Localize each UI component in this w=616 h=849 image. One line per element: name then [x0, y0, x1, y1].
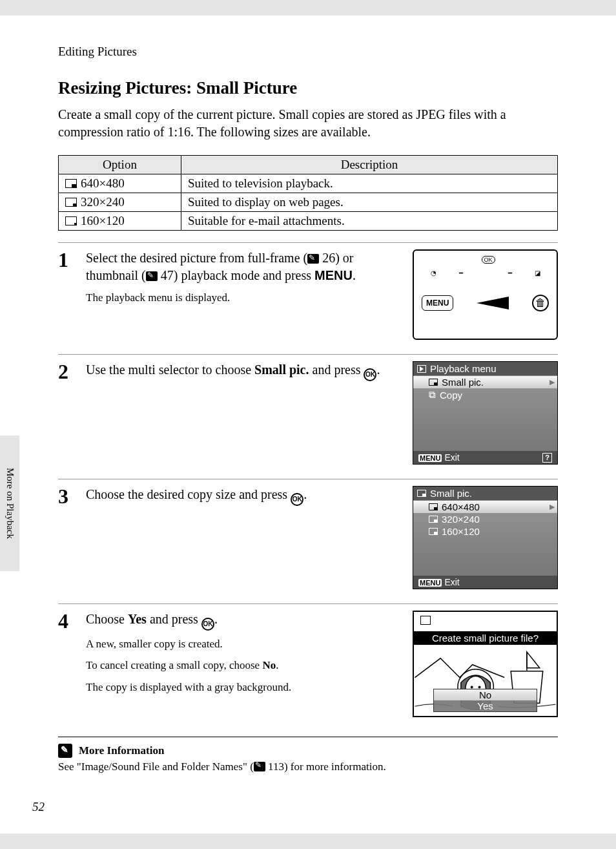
size-icon-160: [429, 528, 438, 535]
more-info-title: More Information: [79, 744, 164, 757]
more-information-section: More Information See "Image/Sound File a…: [58, 737, 558, 773]
opt-320: 320×240: [81, 195, 125, 209]
step4-text-b: and press: [147, 612, 201, 626]
option-no[interactable]: No: [434, 689, 537, 700]
menu-tag-icon: MENU: [418, 579, 442, 587]
menu-button[interactable]: MENU: [422, 295, 453, 311]
size-icon-160: [65, 216, 77, 225]
step1-ref-b: 47: [161, 268, 174, 282]
info-icon: [58, 744, 72, 758]
options-table: Option Description 640×480 Suited to tel…: [58, 155, 558, 231]
lcd-playback-menu: Playback menu Small pic. ⧉Copy MENUExit …: [413, 361, 558, 465]
exposure-icon: ◪: [535, 269, 540, 277]
table-row: 320×240 Suited to display on web pages.: [59, 193, 558, 212]
ok-label: OK: [482, 256, 495, 264]
exit-label[interactable]: Exit: [444, 452, 459, 463]
size-icon-640: [429, 503, 438, 510]
desc-320: Suited to display on web pages.: [181, 193, 558, 212]
timer-icon: ◔: [431, 269, 436, 277]
menu-item-small-pic[interactable]: Small pic.: [413, 376, 557, 388]
step-2: 2 Use the multi selector to choose Small…: [58, 354, 558, 465]
ref-icon: [254, 762, 265, 771]
step-number: 4: [58, 611, 74, 631]
help-icon[interactable]: ?: [542, 453, 552, 463]
more-info-ref: 113: [268, 760, 284, 773]
dash-icon: ━: [459, 269, 463, 277]
confirm-dialog: Create small picture file?: [413, 611, 558, 717]
lcd-title: Small pic.: [413, 487, 557, 501]
page-number: 52: [32, 800, 45, 814]
menu-item-160[interactable]: 160×120: [413, 525, 557, 538]
more-info-text-b: ) for more information.: [284, 760, 386, 773]
menu-item-copy[interactable]: ⧉Copy: [413, 388, 557, 401]
table-row: 160×120 Suitable for e-mail attachments.: [59, 212, 558, 231]
menu-item-320[interactable]: 320×240: [413, 513, 557, 525]
lcd-small-pic-menu: Small pic. 640×480 320×240 160×120 MENUE…: [413, 486, 558, 589]
step-1: 1 Select the desired picture from full-f…: [58, 242, 558, 340]
breadcrumb: Editing Pictures: [58, 45, 558, 59]
step2-bold: Small pic.: [254, 362, 309, 377]
step4-text-a: Choose: [86, 612, 128, 626]
ok-icon: OK: [291, 493, 303, 506]
size-icon-640: [65, 179, 77, 188]
step-3: 3 Choose the desired copy size and press…: [58, 479, 558, 589]
step4-sub1: A new, smaller copy is created.: [86, 636, 401, 653]
step3-text-a: Choose the desired copy size and press: [86, 487, 291, 501]
dialog-question: Create small picture file?: [414, 631, 557, 645]
svg-marker-1: [527, 652, 540, 668]
table-row: 640×480 Suited to television playback.: [59, 174, 558, 193]
desc-160: Suitable for e-mail attachments.: [181, 212, 558, 231]
step1-text-d: .: [353, 268, 356, 282]
exit-label[interactable]: Exit: [444, 577, 459, 587]
step2-text-b: and press: [309, 362, 364, 377]
lcd-title: Playback menu: [413, 362, 557, 376]
small-pic-icon: [420, 616, 431, 625]
step-number: 2: [58, 361, 74, 382]
copy-icon: ⧉: [429, 389, 436, 401]
step2-text-c: .: [376, 362, 380, 377]
intro-paragraph: Create a small copy of the current pictu…: [58, 106, 558, 141]
option-yes[interactable]: Yes: [434, 700, 537, 711]
desc-640: Suited to television playback.: [181, 174, 558, 193]
trash-button[interactable]: 🗑: [532, 295, 549, 311]
step4-yes: Yes: [128, 612, 147, 626]
ref-icon: [146, 271, 158, 281]
ref-icon: [307, 254, 319, 264]
step1-ref-a: 26: [322, 251, 335, 265]
step2-text-a: Use the multi selector to choose: [86, 362, 254, 377]
size-icon-320: [429, 516, 438, 523]
step1-text-a: Select the desired picture from full-fra…: [86, 251, 307, 265]
step3-text-b: .: [303, 487, 307, 501]
trash-icon: 🗑: [535, 297, 546, 309]
svg-point-4: [471, 686, 473, 688]
step-number: 1: [58, 249, 74, 270]
step4-sub3: The copy is displayed with a gray backgr…: [86, 679, 401, 696]
page-title: Resizing Pictures: Small Picture: [58, 78, 558, 98]
opt-160: 160×120: [81, 214, 125, 228]
dash-icon: ━: [508, 269, 512, 277]
size-icon-320: [65, 198, 77, 207]
step4-text-c: .: [214, 612, 218, 626]
camera-diagram: OK ◔ ━ ━ ◪ MENU 🗑: [413, 249, 558, 340]
ok-icon: OK: [364, 368, 376, 381]
dialog-options: No Yes: [433, 689, 537, 712]
step4-sub2-a: To cancel creating a small copy, choose: [86, 659, 262, 671]
arrow-left-icon: [477, 297, 509, 309]
th-option: Option: [59, 156, 181, 174]
menu-item-640[interactable]: 640×480: [413, 501, 557, 513]
ok-icon: OK: [201, 618, 214, 631]
menu-label: MENU: [314, 268, 353, 282]
opt-640: 640×480: [81, 176, 125, 191]
small-pic-icon: [417, 490, 426, 497]
step1-sub: The playback menu is displayed.: [86, 289, 401, 306]
side-tab-label: More on Playback: [5, 468, 15, 539]
th-description: Description: [181, 156, 558, 174]
small-pic-icon: [429, 379, 438, 386]
side-tab: More on Playback: [0, 435, 19, 571]
menu-tag-icon: MENU: [418, 454, 442, 462]
step1-text-c: ) playback mode and press: [174, 268, 314, 282]
step-4: 4 Choose Yes and press OK. A new, smalle…: [58, 603, 558, 717]
svg-point-5: [478, 686, 481, 688]
step4-sub2-c: .: [276, 659, 278, 671]
more-info-text-a: See "Image/Sound File and Folder Names" …: [58, 760, 254, 773]
